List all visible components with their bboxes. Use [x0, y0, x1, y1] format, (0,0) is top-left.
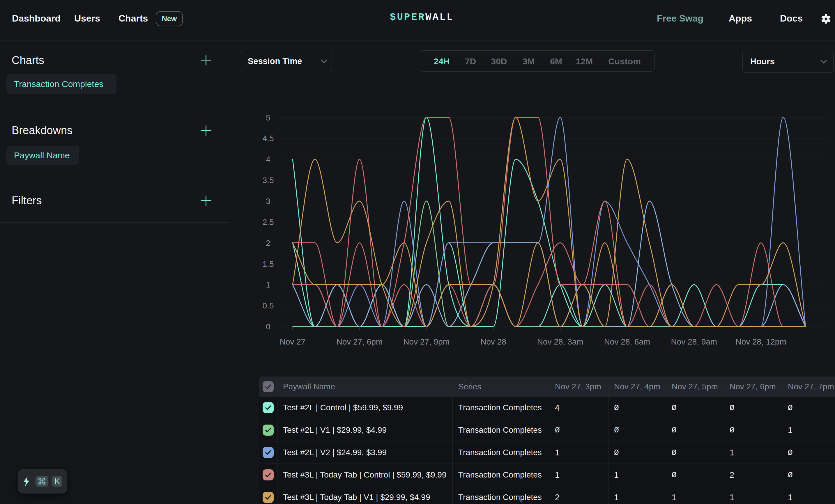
svg-text:3.5: 3.5 [263, 176, 274, 185]
svg-text:0: 0 [266, 322, 270, 331]
svg-text:1: 1 [266, 280, 270, 289]
svg-text:Nov 27, 6pm: Nov 27, 6pm [336, 337, 383, 346]
svg-text:1.5: 1.5 [263, 259, 274, 269]
svg-text:4: 4 [266, 155, 270, 164]
svg-text:Nov 27: Nov 27 [280, 337, 306, 346]
svg-text:2: 2 [266, 238, 270, 248]
svg-text:3: 3 [266, 197, 270, 206]
svg-text:Nov 28, 6am: Nov 28, 6am [604, 337, 650, 346]
svg-text:0.5: 0.5 [263, 301, 274, 310]
svg-text:Nov 27, 9pm: Nov 27, 9pm [403, 337, 450, 346]
svg-text:5: 5 [266, 113, 270, 122]
svg-text:4.5: 4.5 [263, 134, 274, 143]
svg-text:2.5: 2.5 [263, 218, 274, 227]
svg-text:Nov 28, 9am: Nov 28, 9am [671, 337, 717, 346]
svg-text:Nov 28, 3am: Nov 28, 3am [537, 337, 584, 346]
svg-text:Nov 28, 12pm: Nov 28, 12pm [735, 337, 786, 346]
svg-text:Nov 28: Nov 28 [481, 337, 506, 346]
